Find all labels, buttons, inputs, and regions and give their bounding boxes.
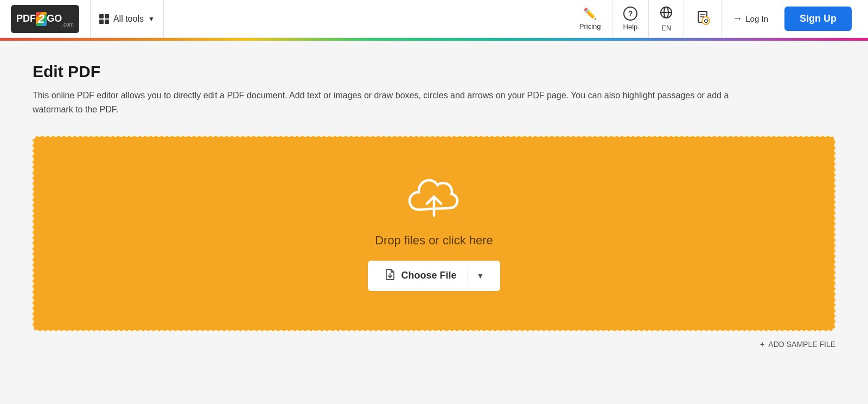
svg-text:⏱: ⏱: [704, 18, 709, 24]
globe-icon: [660, 6, 673, 22]
login-button[interactable]: → Log In: [722, 0, 779, 38]
login-label: Log In: [745, 14, 768, 23]
nav-help[interactable]: ? Help: [612, 0, 649, 38]
nav-history[interactable]: ⏱: [684, 0, 722, 38]
chevron-down-icon: ▼: [148, 15, 155, 23]
logo-com: .com: [62, 22, 74, 28]
logo-area[interactable]: PDF 2 GO .com: [11, 5, 79, 33]
file-icon: [384, 268, 396, 283]
main-content: Edit PDF This online PDF editor allows y…: [0, 41, 868, 370]
grid-icon: [99, 14, 109, 24]
add-sample-file[interactable]: + ADD SAMPLE FILE: [33, 340, 835, 349]
history-icon: ⏱: [695, 10, 710, 28]
logo-go: GO: [47, 13, 62, 24]
logo[interactable]: PDF 2 GO .com: [11, 5, 79, 33]
drop-text: Drop files or click here: [375, 233, 493, 248]
logo-2: 2: [36, 12, 47, 26]
nav-pricing[interactable]: ✏️ Pricing: [569, 0, 612, 38]
logo-pdf: PDF: [16, 13, 36, 24]
pricing-icon: ✏️: [583, 7, 597, 20]
help-icon: ?: [623, 7, 637, 21]
choose-file-button[interactable]: Choose File ▼: [368, 261, 501, 291]
cloud-upload-icon: [404, 176, 464, 223]
nav-language[interactable]: EN: [649, 0, 684, 38]
page-title: Edit PDF: [33, 62, 835, 81]
all-tools-button[interactable]: All tools ▼: [90, 0, 164, 38]
pricing-label: Pricing: [579, 22, 601, 30]
signup-button[interactable]: Sign Up: [784, 7, 852, 31]
login-arrow-icon: →: [732, 13, 742, 24]
help-label: Help: [623, 23, 638, 31]
chevron-down-icon[interactable]: ▼: [477, 272, 484, 280]
button-divider: [468, 268, 468, 283]
header: PDF 2 GO .com All tools ▼ ✏️ Pricing ? H…: [0, 0, 868, 38]
language-label: EN: [661, 24, 671, 32]
upload-zone[interactable]: Drop files or click here Choose File ▼: [33, 136, 835, 331]
add-sample-label: ADD SAMPLE FILE: [768, 340, 835, 349]
choose-file-label: Choose File: [401, 270, 457, 281]
header-nav: ✏️ Pricing ? Help EN ⏱: [569, 0, 722, 38]
all-tools-label: All tools: [113, 14, 144, 24]
page-description: This online PDF editor allows you to dir…: [33, 89, 738, 116]
signup-label: Sign Up: [800, 13, 837, 24]
plus-icon: +: [760, 340, 764, 349]
